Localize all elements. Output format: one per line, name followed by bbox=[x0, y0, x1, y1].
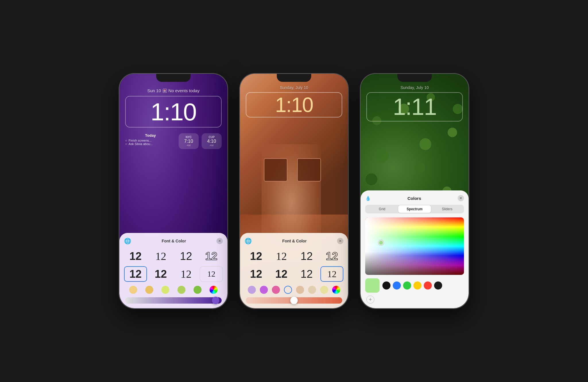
font-item-2e[interactable]: 12 bbox=[245, 266, 268, 282]
city-2: CUP bbox=[205, 136, 218, 139]
globe-icon-1[interactable]: 🌐 bbox=[124, 238, 131, 244]
color-dot-2b[interactable] bbox=[260, 286, 268, 294]
selected-color-box[interactable] bbox=[365, 278, 380, 293]
notch-2 bbox=[277, 74, 311, 82]
date-text-1: Sun 10 bbox=[147, 88, 161, 93]
big-time-3: 1:11 bbox=[370, 95, 459, 119]
date-text-2: Sunday, July 10 bbox=[240, 85, 348, 90]
font-item-1b[interactable]: 12 bbox=[149, 248, 172, 264]
widget-cup: CUP 4:10 AM bbox=[202, 133, 222, 149]
notch-1 bbox=[156, 74, 191, 82]
big-time-1: 1:10 bbox=[131, 99, 215, 124]
colors-panel-close[interactable]: ✕ bbox=[458, 195, 464, 201]
tab-sliders[interactable]: Sliders bbox=[431, 205, 463, 213]
slider-row-2 bbox=[245, 297, 343, 304]
date-line-1: Sun 10 📅 No events today bbox=[119, 88, 227, 93]
color-dot-2c[interactable] bbox=[272, 286, 280, 294]
color-dot-2e[interactable] bbox=[296, 286, 304, 294]
color-dots-2 bbox=[245, 286, 343, 294]
swatch-green[interactable] bbox=[403, 281, 411, 290]
ampm-2: AM bbox=[205, 144, 218, 147]
color-dot-1d[interactable] bbox=[177, 286, 185, 294]
font-item-2f[interactable]: 12 bbox=[270, 266, 293, 282]
globe-icon-2[interactable]: 🌐 bbox=[245, 238, 252, 244]
font-color-panel-2: 🌐 Font & Color ✕ 12 12 12 12 12 12 12 12 bbox=[240, 233, 348, 308]
swatch-darkblack[interactable] bbox=[434, 281, 442, 290]
panel-header-2: 🌐 Font & Color ✕ bbox=[245, 238, 343, 244]
widget-tasks: Today ○ Finish screens... ○ Ask Silvia a… bbox=[125, 133, 176, 149]
color-dot-2f[interactable] bbox=[308, 286, 316, 294]
font-item-1h[interactable]: 12 bbox=[200, 266, 223, 282]
tab-spectrum[interactable]: Spectrum bbox=[398, 205, 431, 213]
big-time-2: 1:10 bbox=[249, 94, 339, 115]
time-box-1: 1:10 bbox=[125, 96, 222, 128]
colors-panel-title: Colors bbox=[407, 196, 421, 201]
task-circle-1: ○ bbox=[125, 139, 127, 142]
font-item-1d[interactable]: 12 bbox=[200, 248, 223, 264]
no-events-1: No events today bbox=[169, 88, 200, 93]
spectrum-canvas[interactable] bbox=[365, 217, 464, 275]
color-dot-2g[interactable] bbox=[320, 286, 328, 294]
color-dot-1f[interactable] bbox=[210, 286, 218, 294]
colors-panel: 💧 Colors ✕ Grid Spectrum Sliders bbox=[361, 190, 469, 308]
task-item-2: ○ Ask Silvia abou... bbox=[125, 142, 176, 146]
scene: Sun 10 📅 No events today 1:10 Today ○ Fi… bbox=[107, 62, 481, 320]
font-item-2a[interactable]: 12 bbox=[245, 248, 268, 264]
color-dot-1e[interactable] bbox=[194, 286, 202, 294]
color-dots-1 bbox=[124, 286, 223, 294]
swatch-red[interactable] bbox=[424, 281, 432, 290]
color-dot-1b[interactable] bbox=[145, 286, 153, 294]
font-item-2h[interactable]: 12 bbox=[320, 266, 343, 282]
slider-track-2[interactable] bbox=[246, 297, 342, 304]
spectrum-cursor[interactable] bbox=[378, 240, 384, 245]
font-item-2g[interactable]: 12 bbox=[295, 266, 318, 282]
slider-row-1 bbox=[124, 297, 223, 304]
panel-close-2[interactable]: ✕ bbox=[337, 238, 343, 244]
eyedropper-icon[interactable]: 💧 bbox=[365, 196, 371, 201]
font-grid-1: 12 12 12 12 12 12 12 12 bbox=[124, 248, 223, 282]
task-text-1: Finish screens... bbox=[129, 139, 152, 142]
panel-header-1: 🌐 Font & Color ✕ bbox=[124, 238, 223, 244]
swatch-yellow[interactable] bbox=[413, 281, 421, 290]
lockscreen-top-1: Sun 10 📅 No events today 1:10 Today ○ Fi… bbox=[119, 74, 227, 152]
panel-close-1[interactable]: ✕ bbox=[216, 238, 223, 244]
color-dot-2d[interactable] bbox=[284, 286, 292, 294]
widgets-row-1: Today ○ Finish screens... ○ Ask Silvia a… bbox=[119, 130, 227, 152]
wtime-2: 4:10 bbox=[205, 139, 218, 144]
today-label: Today bbox=[125, 133, 176, 138]
slider-thumb-2[interactable] bbox=[290, 297, 298, 304]
colors-panel-header: 💧 Colors ✕ bbox=[365, 195, 464, 201]
tab-grid[interactable]: Grid bbox=[366, 205, 398, 213]
wtime-1: 7:10 bbox=[182, 139, 195, 144]
phone-2: Sunday, July 10 1:10 🌐 Font & Color ✕ 12… bbox=[239, 73, 349, 309]
lockscreen-top-2: Sunday, July 10 1:10 bbox=[240, 85, 348, 120]
font-item-1c[interactable]: 12 bbox=[175, 248, 198, 264]
add-color-button[interactable]: + bbox=[366, 296, 374, 304]
notch-3 bbox=[397, 74, 432, 82]
font-item-1a[interactable]: 12 bbox=[124, 248, 147, 264]
widget-nyc: NYC 7:10 AM bbox=[179, 133, 199, 149]
swatch-black[interactable] bbox=[382, 281, 390, 290]
colors-tabs: Grid Spectrum Sliders bbox=[365, 205, 464, 213]
font-item-2d[interactable]: 12 bbox=[320, 248, 343, 264]
font-item-2b[interactable]: 12 bbox=[270, 248, 293, 264]
font-item-1f[interactable]: 12 bbox=[149, 266, 172, 282]
panel-title-1: Font & Color bbox=[162, 239, 186, 243]
font-item-1e[interactable]: 12 bbox=[124, 266, 147, 282]
task-text-2: Ask Silvia abou... bbox=[129, 142, 153, 146]
swatch-blue[interactable] bbox=[393, 281, 401, 290]
time-box-3: 1:11 bbox=[366, 92, 463, 121]
color-swatches-row bbox=[365, 278, 464, 293]
color-dot-2a[interactable] bbox=[248, 286, 256, 294]
font-item-1g[interactable]: 12 bbox=[175, 266, 198, 282]
font-grid-2: 12 12 12 12 12 12 12 12 bbox=[245, 248, 343, 282]
phone-3: Sunday, July 10 1:11 💧 Colors ✕ Grid Spe… bbox=[360, 73, 469, 309]
slider-thumb-1[interactable] bbox=[212, 297, 219, 304]
city-1: NYC bbox=[182, 136, 195, 139]
color-dot-2h[interactable] bbox=[332, 286, 340, 294]
color-dot-1c[interactable] bbox=[161, 286, 169, 294]
slider-track-1[interactable] bbox=[125, 297, 222, 304]
date-text-3: Sunday, July 10 bbox=[361, 85, 469, 90]
color-dot-1a[interactable] bbox=[129, 286, 137, 294]
font-item-2c[interactable]: 12 bbox=[295, 248, 318, 264]
